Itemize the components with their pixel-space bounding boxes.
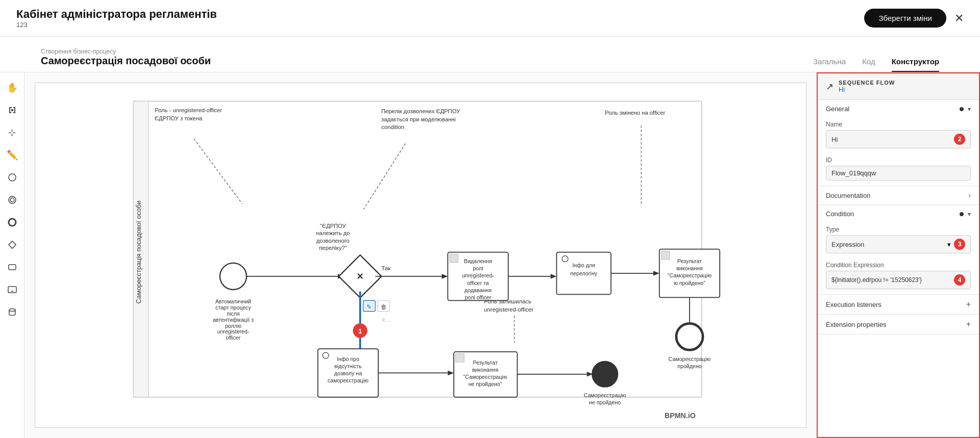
- tool-select[interactable]: [3, 101, 21, 119]
- svg-text:переліку?": переліку?": [319, 245, 347, 251]
- svg-point-2: [10, 198, 14, 202]
- condition-expr-input[interactable]: ${initiator().edrpou != '15250623'} 4: [826, 271, 971, 289]
- type-value: Expression: [831, 241, 864, 248]
- svg-text:не пройдено: не пройдено: [589, 399, 621, 405]
- condition-label: Condition: [826, 210, 854, 218]
- svg-rect-6: [8, 287, 16, 293]
- tool-double-circle[interactable]: [3, 191, 21, 209]
- bpmn-diagram: Самореєстрація посадової особи Роль - un…: [35, 83, 806, 427]
- type-label: Type: [826, 226, 971, 233]
- svg-line-16: [194, 139, 242, 204]
- condition-expr-field: Condition Expression ${initiator().edrpo…: [818, 259, 979, 294]
- extension-properties-add[interactable]: +: [966, 320, 971, 329]
- panel-header-text: SEQUENCE FLOW Hi: [839, 80, 895, 93]
- svg-text:дозволеного: дозволеного: [316, 238, 350, 244]
- svg-text:unregistered-officer: unregistered-officer: [484, 306, 533, 313]
- svg-text:unregistered-: unregistered-: [217, 328, 250, 334]
- header-actions: Зберегти зміни ✕: [864, 9, 964, 28]
- svg-text:старт процесу: старт процесу: [215, 304, 251, 311]
- svg-text:Самореєстрація посадової особи: Самореєстрація посадової особи: [135, 201, 142, 304]
- svg-text:додавання: додавання: [464, 287, 492, 293]
- tool-end-event[interactable]: [3, 213, 21, 231]
- svg-text:задається при моделюванні: задається при моделюванні: [381, 116, 456, 122]
- tool-move[interactable]: ⊹: [3, 123, 21, 142]
- tool-database[interactable]: [3, 303, 21, 321]
- left-toolbar: ✋ ⊹ ✏️: [0, 72, 24, 438]
- tool-subprocess[interactable]: [3, 280, 21, 299]
- type-dropdown-arrow: ▾: [947, 241, 951, 248]
- page-title: Самореєстрація посадової особи: [41, 55, 211, 72]
- general-section-header[interactable]: General ▾: [818, 100, 979, 118]
- svg-text:≡…: ≡…: [382, 317, 390, 323]
- app-header: Кабінет адміністратора регламентів 123 З…: [0, 0, 980, 37]
- svg-text:не пройдено": не пройдено": [469, 381, 502, 387]
- svg-text:"Самореєстрацію: "Самореєстрацію: [668, 272, 712, 278]
- svg-rect-88: [456, 354, 464, 363]
- svg-text:Результат: Результат: [473, 359, 498, 366]
- svg-text:відсутність: відсутність: [334, 363, 362, 369]
- close-button[interactable]: ✕: [954, 12, 964, 25]
- name-field: Name Hi 2: [818, 118, 979, 153]
- svg-text:виконання: виконання: [676, 265, 703, 271]
- svg-point-9: [9, 309, 15, 312]
- svg-text:Роль - unregistered-officer: Роль - unregistered-officer: [155, 107, 222, 113]
- condition-expr-value: ${initiator().edrpou != '15250623'}: [831, 276, 922, 284]
- tool-circle[interactable]: [3, 168, 21, 187]
- svg-text:condition: condition: [381, 124, 404, 130]
- svg-text:Самореєстрацію: Самореєстрацію: [669, 356, 711, 362]
- svg-text:Роль змінено на officer: Роль змінено на officer: [605, 110, 665, 116]
- save-button[interactable]: Зберегти зміни: [864, 9, 946, 28]
- properties-panel: ↗ SEQUENCE FLOW Hi General ▾ Name Hi 2: [817, 72, 980, 438]
- id-label: ID: [826, 157, 971, 164]
- extension-properties-row[interactable]: Extension properties +: [818, 315, 979, 334]
- element-name: Hi: [839, 86, 895, 93]
- id-input[interactable]: Flow_019qqqw: [826, 166, 971, 181]
- tool-task[interactable]: [3, 258, 21, 276]
- execution-listeners-section: Execution listeners +: [818, 295, 979, 315]
- sequence-flow-icon: ↗: [826, 81, 834, 92]
- name-input[interactable]: Hi 2: [826, 130, 971, 148]
- svg-marker-67: [653, 271, 659, 275]
- execution-listeners-row[interactable]: Execution listeners +: [818, 295, 979, 314]
- svg-text:ролі: ролі: [473, 265, 483, 271]
- tool-pen[interactable]: ✏️: [3, 146, 21, 164]
- svg-point-95: [593, 362, 617, 386]
- general-dot: [960, 107, 964, 111]
- svg-text:"Самореєстрацію: "Самореєстрацію: [463, 374, 507, 380]
- breadcrumb: Створення бізнес-процесу: [41, 48, 211, 55]
- documentation-section-controls: ›: [968, 191, 971, 199]
- svg-rect-4: [8, 241, 15, 248]
- condition-section-header[interactable]: Condition ▾: [818, 205, 979, 223]
- documentation-arrow: ›: [968, 191, 971, 199]
- type-select[interactable]: Expression ▾ 3: [826, 235, 971, 253]
- svg-text:пройдено: пройдено: [677, 363, 702, 369]
- bpmn-canvas[interactable]: Самореєстрація посадової особи Роль - un…: [35, 83, 806, 428]
- svg-point-0: [9, 174, 16, 181]
- id-field: ID Flow_019qqqw: [818, 153, 979, 186]
- tab-constructor[interactable]: Конструктор: [892, 57, 939, 72]
- svg-rect-59: [450, 254, 458, 263]
- extension-properties-label: Extension properties: [826, 321, 887, 328]
- general-section: General ▾ Name Hi 2 ID Flow_019qqqw: [818, 100, 979, 186]
- tool-hand[interactable]: ✋: [3, 79, 21, 97]
- name-badge: 2: [954, 134, 965, 145]
- svg-line-21: [363, 143, 406, 210]
- tab-general[interactable]: Загальна: [813, 57, 846, 72]
- bpmn-canvas-area[interactable]: Самореєстрація посадової особи Роль - un…: [24, 72, 817, 438]
- documentation-section-header[interactable]: Documentation ›: [818, 186, 979, 204]
- extension-properties-section: Extension properties +: [818, 315, 979, 334]
- svg-text:Інфо для: Інфо для: [572, 262, 595, 268]
- svg-text:"ЄДРПОУ: "ЄДРПОУ: [320, 223, 347, 229]
- name-label: Name: [826, 121, 971, 128]
- execution-listeners-add[interactable]: +: [966, 300, 971, 309]
- panel-header: ↗ SEQUENCE FLOW Hi: [818, 73, 979, 100]
- svg-text:Так: Так: [381, 265, 391, 272]
- tool-gateway[interactable]: [3, 236, 21, 254]
- svg-text:officer: officer: [226, 334, 240, 341]
- tab-code[interactable]: Код: [862, 57, 875, 72]
- svg-marker-51: [442, 274, 448, 278]
- type-field: Type Expression ▾ 3: [818, 223, 979, 259]
- svg-text:належить до: належить до: [316, 230, 350, 236]
- general-section-controls: ▾: [960, 106, 971, 113]
- svg-text:✎: ✎: [366, 303, 372, 311]
